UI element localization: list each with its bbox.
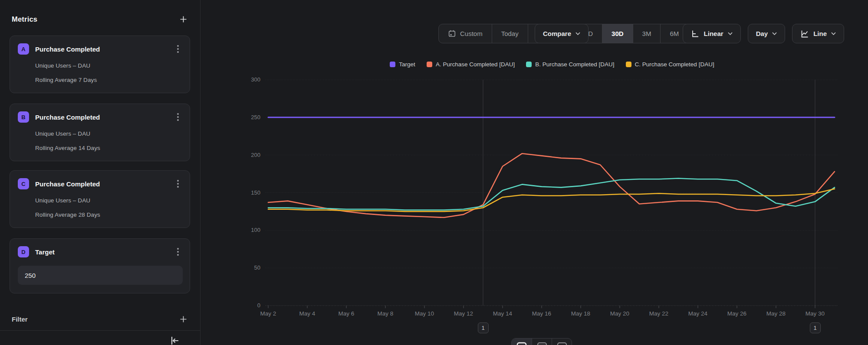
add-filter-button[interactable]	[178, 314, 189, 325]
chevron-down-icon	[575, 32, 580, 35]
metric-menu-button[interactable]	[174, 111, 182, 123]
legend-label: Target	[399, 61, 415, 68]
filter-section: Filter	[12, 313, 189, 325]
y-tick-label: 250	[226, 114, 260, 121]
add-metric-button[interactable]	[178, 14, 189, 25]
legend-item[interactable]: C. Purchase Completed [DAU]	[626, 61, 714, 68]
chevron-down-icon	[728, 32, 733, 35]
x-tick-label: May 10	[405, 310, 444, 317]
x-tick-label: May 20	[600, 310, 639, 317]
metric-rolling-average: Rolling Average 28 Days	[35, 212, 182, 218]
metric-menu-button[interactable]	[174, 43, 182, 55]
compare-label: Compare	[543, 30, 571, 37]
range-label: 3M	[642, 30, 651, 37]
x-tick-label: May 22	[639, 310, 678, 317]
notes-view-icon	[557, 342, 567, 345]
legend-item[interactable]: B. Purchase Completed [DAU]	[526, 61, 614, 68]
x-tick-label: May 2	[249, 310, 288, 317]
series-line[interactable]	[268, 189, 835, 212]
metric-measure: Unique Users – DAU	[35, 197, 182, 204]
y-tick-label: 100	[226, 227, 260, 234]
x-tick-label: May 16	[522, 310, 561, 317]
x-tick-label: May 28	[756, 310, 796, 317]
scale-label: Linear	[704, 30, 723, 37]
metric-card-c[interactable]: CPurchase CompletedUnique Users – DAURol…	[10, 170, 190, 228]
legend-item[interactable]: A. Purchase Completed [DAU]	[427, 61, 515, 68]
chart-view-icon	[516, 342, 527, 345]
metric-title: Purchase Completed	[35, 114, 174, 121]
x-tick-label: May 18	[561, 310, 600, 317]
plus-icon	[179, 15, 188, 24]
metric-rolling-average: Rolling Average 7 Days	[35, 77, 182, 83]
range-button-30d[interactable]: 30D	[602, 24, 633, 43]
notes-view-button[interactable]	[552, 338, 572, 345]
chart-view-button[interactable]	[512, 338, 532, 345]
collapse-left-icon	[169, 335, 181, 345]
series-line[interactable]	[268, 153, 835, 218]
range-label: Today	[501, 30, 519, 37]
annotation-badge[interactable]: 1	[478, 322, 489, 333]
metric-card-header: CPurchase Completed	[18, 178, 182, 189]
metric-card-d[interactable]: DTarget	[10, 238, 190, 293]
sidebar: Metrics APurchase CompletedUnique Users …	[0, 0, 201, 345]
kebab-menu-icon	[177, 112, 179, 122]
metric-menu-button[interactable]	[174, 178, 182, 189]
compare-button[interactable]: Compare	[535, 24, 589, 43]
filter-label: Filter	[12, 316, 28, 323]
x-tick-label: May 14	[483, 310, 522, 317]
legend-swatch	[526, 62, 532, 67]
y-tick-label: 200	[226, 152, 260, 159]
x-tick-label: May 6	[327, 310, 366, 317]
metric-badge: A	[18, 43, 29, 55]
metric-measure: Unique Users – DAU	[35, 62, 182, 69]
metric-title: Purchase Completed	[35, 180, 174, 188]
chart-type-button[interactable]: Line	[792, 24, 844, 43]
range-button-custom[interactable]: Custom	[439, 24, 492, 43]
calendar-icon	[448, 29, 456, 38]
metric-card-a[interactable]: APurchase CompletedUnique Users – DAURol…	[10, 36, 190, 93]
collapse-sidebar-button[interactable]	[168, 335, 181, 345]
table-view-icon	[537, 342, 547, 345]
line-chart-plot[interactable]	[266, 77, 838, 311]
legend-swatch	[427, 62, 432, 67]
legend-item[interactable]: Target	[390, 61, 415, 68]
metric-measure: Unique Users – DAU	[35, 130, 182, 137]
chart-legend: TargetA. Purchase Completed [DAU]B. Purc…	[266, 61, 838, 68]
range-label: 6M	[670, 30, 679, 37]
interval-button[interactable]: Day	[748, 24, 786, 43]
series-line[interactable]	[268, 179, 835, 210]
x-tick-label: May 26	[717, 310, 756, 317]
chart-settings-buttons: Linear Day Line	[683, 24, 844, 43]
legend-swatch	[390, 62, 395, 67]
linear-axis-icon	[691, 29, 700, 38]
target-value-input[interactable]	[18, 266, 183, 285]
table-view-button[interactable]	[532, 338, 552, 345]
range-button-today[interactable]: Today	[492, 24, 528, 43]
kebab-menu-icon	[177, 179, 179, 189]
metric-badge: B	[18, 111, 29, 123]
scale-button[interactable]: Linear	[683, 24, 741, 43]
chart-view-toggle	[511, 338, 572, 345]
sidebar-footer-divider	[0, 330, 201, 331]
metric-menu-button[interactable]	[174, 246, 182, 257]
metric-title: Purchase Completed	[35, 46, 174, 53]
x-tick-label: May 30	[796, 310, 835, 317]
chevron-down-icon	[831, 32, 836, 35]
line-chart-icon	[800, 29, 809, 38]
metric-rolling-average: Rolling Average 14 Days	[35, 145, 182, 151]
metric-card-header: DTarget	[18, 246, 182, 257]
chart-type-label: Line	[813, 30, 827, 37]
main-panel: CustomTodayYesterday7D30D3M6M12M Compare…	[201, 0, 868, 345]
metric-badge: D	[18, 246, 29, 257]
metrics-dashboard: Metrics APurchase CompletedUnique Users …	[0, 0, 868, 345]
annotation-badge[interactable]: 1	[810, 322, 821, 333]
y-tick-label: 0	[226, 302, 260, 309]
y-tick-label: 300	[226, 76, 260, 83]
y-tick-label: 50	[226, 264, 260, 271]
metric-title: Target	[35, 248, 174, 256]
sidebar-header: Metrics	[12, 13, 189, 25]
legend-swatch	[626, 62, 631, 67]
y-tick-label: 150	[226, 189, 260, 196]
metric-card-b[interactable]: BPurchase CompletedUnique Users – DAURol…	[10, 104, 190, 161]
range-button-3m[interactable]: 3M	[633, 24, 661, 43]
